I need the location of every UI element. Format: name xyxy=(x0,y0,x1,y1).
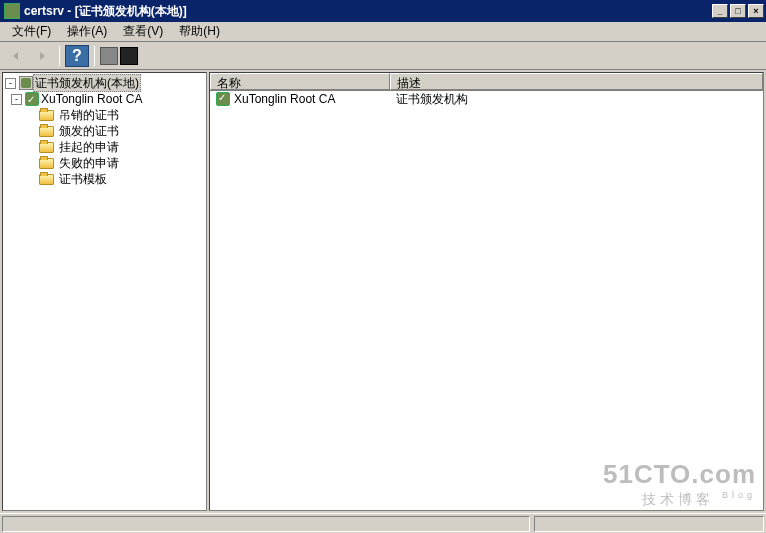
folder-icon xyxy=(39,174,54,185)
folder-icon xyxy=(39,142,54,153)
tree-root-label: 证书颁发机构(本地) xyxy=(33,74,141,92)
tree-child-templates[interactable]: 证书模板 xyxy=(5,171,204,187)
toolbar-button-1[interactable] xyxy=(100,47,118,65)
tree-ca[interactable]: - XuTonglin Root CA xyxy=(5,91,204,107)
toolbar-button-2[interactable] xyxy=(120,47,138,65)
maximize-button[interactable]: □ xyxy=(730,4,746,18)
status-cell-1 xyxy=(2,516,530,532)
arrow-left-icon xyxy=(9,49,23,63)
status-cell-2 xyxy=(534,516,764,532)
cell-name: XuTonglin Root CA xyxy=(210,92,390,106)
tree-child-label: 颁发的证书 xyxy=(57,123,121,139)
status-bar xyxy=(0,513,766,533)
tree-indent xyxy=(5,158,39,169)
cell-description: 证书颁发机构 xyxy=(390,91,474,108)
tree-child-label: 证书模板 xyxy=(57,171,109,187)
close-button[interactable]: × xyxy=(748,4,764,18)
back-button[interactable] xyxy=(4,45,28,67)
tree-child-revoked[interactable]: 吊销的证书 xyxy=(5,107,204,123)
tree-child-label: 失败的申请 xyxy=(57,155,121,171)
menu-help[interactable]: 帮助(H) xyxy=(171,21,228,42)
tree-child-pending[interactable]: 挂起的申请 xyxy=(5,139,204,155)
column-name[interactable]: 名称 xyxy=(210,73,390,90)
menu-view[interactable]: 查看(V) xyxy=(115,21,171,42)
tree-indent xyxy=(5,110,39,121)
folder-icon xyxy=(39,126,54,137)
folder-icon xyxy=(39,158,54,169)
tree-child-label: 挂起的申请 xyxy=(57,139,121,155)
menu-action[interactable]: 操作(A) xyxy=(59,21,115,42)
tree-pane[interactable]: - 证书颁发机构(本地) - XuTonglin Root CA 吊销的证书 颁… xyxy=(2,72,207,511)
list-row[interactable]: XuTonglin Root CA 证书颁发机构 xyxy=(210,91,763,107)
tree-child-issued[interactable]: 颁发的证书 xyxy=(5,123,204,139)
cell-name-text: XuTonglin Root CA xyxy=(234,92,335,106)
toolbar: ? xyxy=(0,42,766,70)
tree: - 证书颁发机构(本地) - XuTonglin Root CA 吊销的证书 颁… xyxy=(3,73,206,189)
help-toolbar-button[interactable]: ? xyxy=(65,45,89,67)
tree-child-label: 吊销的证书 xyxy=(57,107,121,123)
window-controls: _ □ × xyxy=(712,4,764,18)
folder-icon xyxy=(39,110,54,121)
arrow-right-icon xyxy=(35,49,49,63)
column-description[interactable]: 描述 xyxy=(390,73,763,90)
main-area: - 证书颁发机构(本地) - XuTonglin Root CA 吊销的证书 颁… xyxy=(0,70,766,513)
forward-button[interactable] xyxy=(30,45,54,67)
tree-indent xyxy=(5,126,39,137)
help-icon: ? xyxy=(72,47,82,65)
tree-indent xyxy=(5,174,39,185)
tree-ca-label: XuTonglin Root CA xyxy=(39,91,144,107)
expand-toggle[interactable]: - xyxy=(11,94,22,105)
ca-root-icon xyxy=(19,76,33,90)
window-title: certsrv - [证书颁发机构(本地)] xyxy=(24,3,712,20)
tree-child-failed[interactable]: 失败的申请 xyxy=(5,155,204,171)
expand-toggle[interactable]: - xyxy=(5,78,16,89)
toolbar-separator xyxy=(59,46,60,66)
title-bar: certsrv - [证书颁发机构(本地)] _ □ × xyxy=(0,0,766,22)
list-body: XuTonglin Root CA 证书颁发机构 xyxy=(210,91,763,510)
minimize-button[interactable]: _ xyxy=(712,4,728,18)
list-pane[interactable]: 名称 描述 XuTonglin Root CA 证书颁发机构 xyxy=(209,72,764,511)
list-header: 名称 描述 xyxy=(210,73,763,91)
ca-icon xyxy=(216,92,230,106)
tree-indent xyxy=(5,142,39,153)
menu-file[interactable]: 文件(F) xyxy=(4,21,59,42)
app-icon xyxy=(4,3,20,19)
ca-icon xyxy=(25,92,39,106)
menu-bar: 文件(F) 操作(A) 查看(V) 帮助(H) xyxy=(0,22,766,42)
tree-root[interactable]: - 证书颁发机构(本地) xyxy=(5,75,204,91)
toolbar-separator-2 xyxy=(94,46,95,66)
